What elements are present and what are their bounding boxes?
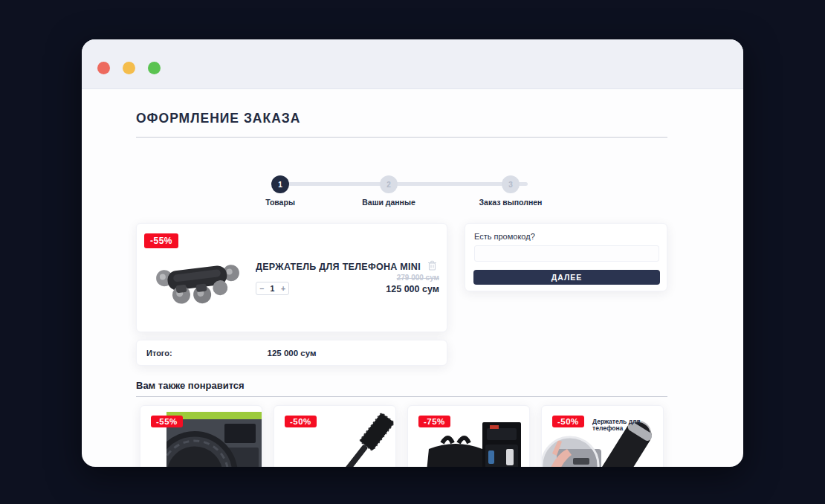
step-3-label: Заказ выполнен — [459, 198, 563, 207]
cart-item-card: -55% ДЕРЖАТЕЛЬ ДЛ — [136, 223, 447, 332]
step-1-circle[interactable]: 1 — [271, 175, 289, 193]
phone-holder-image — [149, 252, 244, 310]
quantity-value: 1 — [267, 284, 278, 293]
current-price: 125 000 сум — [386, 284, 439, 294]
discount-badge: -75% — [418, 416, 450, 427]
browser-window: ОФОРМЛЕНИЕ ЗАКАЗА 1 2 3 Товары Ваши данн… — [82, 39, 743, 467]
suggestion-card-steering-wheel-cover[interactable]: -55% — [140, 405, 262, 467]
suggestions-title: Вам также понравится — [136, 380, 245, 391]
quantity-decrease-button[interactable]: − — [256, 284, 267, 293]
suggestion-card-seat-organizer[interactable]: -75% — [407, 405, 530, 467]
promo-submit-button[interactable]: ДАЛЕЕ — [473, 270, 660, 285]
discount-badge: -50% — [285, 416, 317, 427]
divider — [136, 137, 667, 138]
promo-card: Есть промокод? ДАЛЕЕ — [465, 223, 667, 291]
minimize-window-icon[interactable] — [123, 62, 135, 74]
stepper-track — [280, 182, 528, 186]
close-window-icon[interactable] — [97, 62, 110, 74]
suggestion-card-phone-holder[interactable]: -50% Держатель для телефона — [541, 405, 664, 467]
delete-item-icon[interactable] — [427, 260, 437, 271]
discount-badge: -50% — [552, 416, 584, 427]
suggestion-card-snow-brush[interactable]: -50% — [274, 405, 396, 467]
page-title: ОФОРМЛЕНИЕ ЗАКАЗА — [136, 110, 300, 126]
discount-badge: -55% — [144, 233, 178, 248]
divider — [136, 396, 667, 397]
window-titlebar — [82, 39, 743, 89]
promo-question: Есть промокод? — [474, 232, 535, 241]
promo-code-input[interactable] — [474, 245, 659, 262]
step-3-circle[interactable]: 3 — [502, 175, 520, 193]
totals-value: 125 000 сум — [137, 340, 447, 366]
suggestion-caption: Держатель для телефона — [592, 419, 661, 433]
totals-card: Итого: 125 000 сум — [136, 340, 447, 366]
step-2-label: Ваши данные — [337, 198, 441, 207]
cart-item-name: ДЕРЖАТЕЛЬ ДЛЯ ТЕЛЕФОНА MINI — [256, 262, 449, 273]
maximize-window-icon[interactable] — [148, 62, 161, 74]
scene: ОФОРМЛЕНИЕ ЗАКАЗА 1 2 3 Товары Ваши данн… — [0, 0, 825, 504]
quantity-increase-button[interactable]: + — [278, 284, 288, 293]
discount-badge: -55% — [151, 416, 183, 427]
step-1-label: Товары — [228, 198, 332, 207]
step-2-circle[interactable]: 2 — [380, 175, 398, 193]
old-price: 279 000 сум — [397, 274, 439, 282]
quantity-stepper: − 1 + — [256, 282, 289, 295]
